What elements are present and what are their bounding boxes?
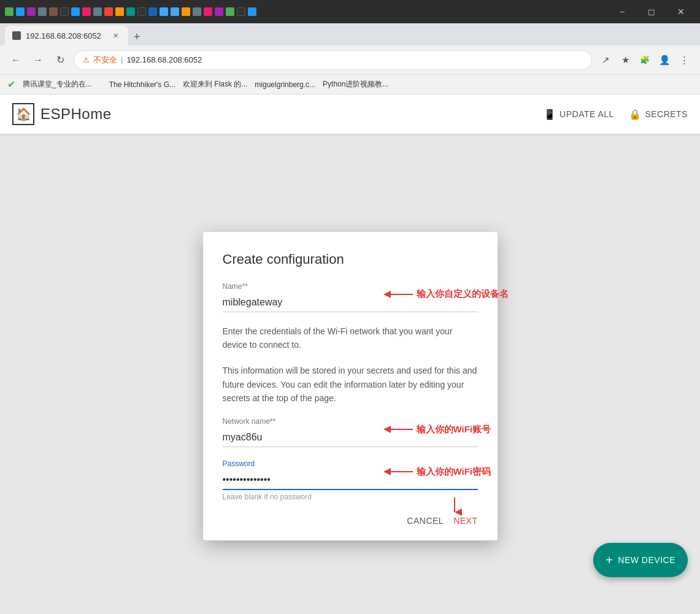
wifi-intro-text: Enter the credentials of the Wi-Fi netwo… [223,324,478,352]
network-name-label: Network name* [223,417,478,426]
bookmarks-bar: ✔ 腾讯课堂_专业的在... The Hitchhiker's G... 欢迎来… [0,75,700,94]
browser-toolbar-right: ↗ ★ 🧩 👤 ⋮ [597,52,693,69]
window-controls: − ◻ ✕ [608,2,695,21]
active-tab[interactable]: 192.168.68.208:6052 ✕ [5,26,128,45]
security-warning-icon: ⚠ [83,56,90,64]
restore-button[interactable]: ◻ [637,2,666,21]
bookmark-item-0[interactable]: 腾讯课堂_专业的在... [23,79,92,90]
update-all-label: UPDATE ALL [560,109,614,119]
name-field-label: Name* [223,282,478,291]
reload-button[interactable]: ↻ [52,52,69,69]
dialog-actions: CANCEL NEXT [223,516,478,526]
next-down-arrow-icon [447,497,462,516]
bookmark-item-2[interactable]: 欢迎来到 Flask 的... [183,79,247,90]
extensions-icon[interactable]: 🧩 [636,52,653,69]
address-bar: ← → ↻ ⚠ 不安全 | 192.168.68.208:6052 ↗ ★ 🧩 … [0,45,700,75]
browser-title-bar: − ◻ ✕ [0,0,700,23]
password-field-group: Password document.querySelector('[data-n… [223,459,478,501]
fab-plus-icon: + [606,553,613,567]
tab-bar: 192.168.68.208:6052 ✕ + [0,23,700,45]
tab-label: 192.168.68.208:6052 [26,31,101,40]
update-all-button[interactable]: 📱 UPDATE ALL [544,109,614,120]
password-label: Password [223,459,478,468]
bookmark-label-0: 腾讯课堂_专业的在... [23,79,92,90]
bookmark-label-3: miguelgrinberg.c... [255,80,315,89]
close-button[interactable]: ✕ [667,2,695,21]
next-button[interactable]: NEXT [453,516,477,526]
bookmark-favicon-0: ✔ [7,79,15,90]
cancel-button[interactable]: CANCEL [407,516,444,526]
main-content: Create configuration Name* document.quer… [0,134,700,614]
secrets-button[interactable]: 🔒 SECRETS [629,109,688,120]
dialog-overlay: Create configuration Name* document.quer… [0,134,700,614]
new-device-fab[interactable]: + NEW DEVICE [593,543,688,577]
dialog-title: Create configuration [223,251,478,267]
update-icon: 📱 [544,109,556,120]
bookmark-icon[interactable]: ★ [617,52,634,69]
password-input[interactable] [223,470,478,490]
share-icon[interactable]: ↗ [597,52,614,69]
secrets-label: SECRETS [645,109,688,119]
home-icon: 🏠 [16,107,31,121]
bookmark-item-3[interactable]: miguelgrinberg.c... [255,80,315,89]
address-separator: | [121,55,123,64]
next-button-container: NEXT [453,516,477,526]
address-url: 192.168.68.208:6052 [126,55,202,64]
app-logo: 🏠 ESPHome [12,103,112,125]
name-input[interactable] [223,293,478,312]
bookmark-label-2: 欢迎来到 Flask 的... [183,79,247,90]
tab-close-icon[interactable]: ✕ [111,31,121,40]
create-config-dialog: Create configuration Name* document.quer… [203,232,498,541]
menu-icon[interactable]: ⋮ [675,52,693,69]
network-name-field-group: Network name* document.querySelector('[d… [223,417,478,447]
wifi-storage-text: This information will be stored in your … [223,364,478,405]
network-name-input[interactable] [223,428,478,447]
minimize-button[interactable]: − [608,2,636,21]
name-field-group: Name* document.querySelector('[data-name… [223,282,478,312]
new-tab-button[interactable]: + [128,28,145,45]
lock-icon: 🔒 [629,109,642,120]
bookmark-label-1: The Hitchhiker's G... [109,80,175,89]
bookmark-label-4: Python进阶视频教... [323,79,388,90]
app-logo-icon: 🏠 [12,103,34,125]
address-warning-text: 不安全 [93,55,117,66]
account-icon[interactable]: 👤 [656,52,673,69]
back-button[interactable]: ← [7,52,25,69]
tab-favicon [12,31,21,40]
password-hint: Leave blank if no password [223,493,478,501]
app-name: ESPHome [40,106,112,123]
forward-button[interactable]: → [29,52,47,69]
address-input-field[interactable]: ⚠ 不安全 | 192.168.68.208:6052 [74,50,592,70]
app-header: 🏠 ESPHome 📱 UPDATE ALL 🔒 SECRETS [0,94,700,134]
bookmark-item-4[interactable]: Python进阶视频教... [323,79,388,90]
header-actions: 📱 UPDATE ALL 🔒 SECRETS [544,109,688,120]
bookmark-item-1[interactable]: The Hitchhiker's G... [109,80,175,89]
fab-label: NEW DEVICE [618,555,675,565]
